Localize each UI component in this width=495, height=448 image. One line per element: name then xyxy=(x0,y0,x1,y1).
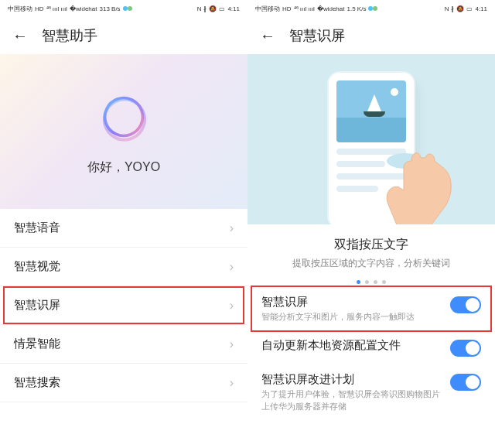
battery-icon: ▭ xyxy=(466,5,473,12)
hand-press-icon xyxy=(365,130,473,224)
menu-item-smartscreen[interactable]: 智慧识屏 › xyxy=(0,286,248,325)
status-bar: 中国移动 HD ⁴⁶ ıııl ıııl �widehat 1.5 K/s N … xyxy=(248,0,495,17)
menu-label: 智慧识屏 xyxy=(14,298,60,313)
status-bar: 中国移动 HD ⁴⁶ ıııl ıııl �widehat 313 B/s N … xyxy=(0,0,248,17)
toggle-sublabel: 智能分析文字和图片，服务内容一触即达 xyxy=(261,311,441,323)
battery-icon: ▭ xyxy=(219,5,225,12)
hd-icon: HD xyxy=(35,5,44,12)
hero-greeting: 你好，YOYO xyxy=(87,159,160,176)
chevron-right-icon: › xyxy=(230,260,234,274)
toggle-improvement-plan[interactable]: 智慧识屏改进计划 为了提升用户体验，智慧识屏会将识图购物图片上传华为服务器并存储 xyxy=(248,364,495,420)
switch-on-icon[interactable] xyxy=(450,296,481,313)
nfc-icon: N xyxy=(197,5,202,12)
page-title: 智慧助手 xyxy=(42,26,97,45)
page-title: 智慧识屏 xyxy=(289,26,345,45)
svg-point-1 xyxy=(97,91,152,145)
clock: 4:11 xyxy=(475,5,487,12)
signal-icon: ⁴⁶ ıııl ıııl xyxy=(46,5,67,12)
net-speed: 313 B/s xyxy=(99,5,120,12)
brand-dots-icon xyxy=(123,5,132,12)
yoyo-ring-icon xyxy=(95,88,152,145)
toggle-label: 智慧识屏改进计划 xyxy=(261,372,441,387)
bluetooth-icon: ∦ xyxy=(451,5,454,12)
signal-icon: ⁴⁶ ıııl ıııl xyxy=(294,5,315,12)
menu-item-voice[interactable]: 智慧语音 › xyxy=(0,209,248,248)
toggle-sublabel: 为了提升用户体验，智慧识屏会将识图购物图片上传华为服务器并存储 xyxy=(261,388,441,412)
screen-assistant: 中国移动 HD ⁴⁶ ıııl ıııl �widehat 313 B/s N … xyxy=(0,0,248,448)
toggle-label: 自动更新本地资源配置文件 xyxy=(261,338,441,353)
menu-label: 智慧语音 xyxy=(14,221,60,235)
instruction-block: 双指按压文字 提取按压区域的文字内容，分析关键词 xyxy=(248,224,495,275)
chevron-right-icon: › xyxy=(230,376,234,390)
back-icon[interactable]: ← xyxy=(12,27,28,45)
menu-item-search[interactable]: 智慧搜索 › xyxy=(0,364,248,402)
menu-label: 情景智能 xyxy=(14,337,60,351)
wifi-icon: �widehat xyxy=(70,5,97,12)
hero-illustration xyxy=(248,54,495,224)
page-indicator xyxy=(248,275,495,287)
toggle-smartscreen[interactable]: 智慧识屏 智能分析文字和图片，服务内容一触即达 xyxy=(248,287,495,330)
app-header: ← 智慧助手 xyxy=(0,17,248,54)
dot-icon xyxy=(365,280,369,284)
carrier-label: 中国移动 xyxy=(255,5,280,13)
hd-icon: HD xyxy=(282,5,292,12)
menu-label: 智慧视觉 xyxy=(14,259,60,274)
menu-label: 智慧搜索 xyxy=(14,375,60,390)
net-speed: 1.5 K/s xyxy=(346,5,366,12)
instruction-desc: 提取按压区域的文字内容，分析关键词 xyxy=(263,258,480,269)
wifi-icon: �widehat xyxy=(317,5,345,12)
screen-smartscreen: 中国移动 HD ⁴⁶ ıııl ıııl �widehat 1.5 K/s N … xyxy=(248,0,495,448)
switch-on-icon[interactable] xyxy=(450,374,481,391)
nfc-icon: N xyxy=(445,5,449,12)
hero-banner: 你好，YOYO xyxy=(0,54,248,209)
dot-icon xyxy=(357,280,360,284)
toggle-label: 智慧识屏 xyxy=(261,295,441,309)
dot-icon xyxy=(382,280,386,284)
app-header: ← 智慧识屏 xyxy=(248,17,495,54)
menu-item-scenario[interactable]: 情景智能 › xyxy=(0,325,248,364)
brand-dots-icon xyxy=(368,5,377,12)
back-icon[interactable]: ← xyxy=(260,27,275,45)
dot-icon xyxy=(374,280,377,284)
mute-icon: 🔕 xyxy=(209,5,217,12)
chevron-right-icon: › xyxy=(230,221,234,235)
menu-item-vision[interactable]: 智慧视觉 › xyxy=(0,248,248,286)
mute-icon: 🔕 xyxy=(456,5,464,12)
instruction-title: 双指按压文字 xyxy=(263,237,480,253)
chevron-right-icon: › xyxy=(230,299,234,313)
carrier-label: 中国移动 xyxy=(8,5,32,13)
clock: 4:11 xyxy=(227,5,240,12)
menu-list: 智慧语音 › 智慧视觉 › 智慧识屏 › 情景智能 › 智慧搜索 › xyxy=(0,209,248,448)
chevron-right-icon: › xyxy=(230,337,234,351)
toggle-auto-update[interactable]: 自动更新本地资源配置文件 xyxy=(248,330,495,364)
switch-on-icon[interactable] xyxy=(450,340,481,357)
bluetooth-icon: ∦ xyxy=(203,5,207,12)
